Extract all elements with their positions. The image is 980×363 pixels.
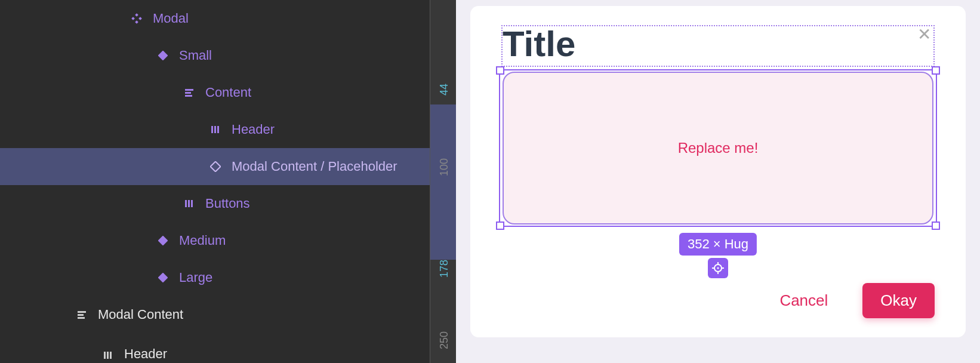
svg-rect-1	[135, 20, 138, 24]
layer-small[interactable]: Small	[0, 37, 430, 74]
svg-rect-11	[211, 162, 221, 172]
svg-rect-20	[104, 352, 106, 359]
svg-rect-9	[214, 126, 216, 133]
svg-rect-3	[138, 17, 142, 20]
layer-label: Buttons	[205, 196, 250, 211]
svg-rect-6	[185, 92, 191, 94]
instance-icon	[209, 160, 222, 173]
frame-horizontal-icon	[183, 197, 196, 210]
svg-rect-18	[78, 314, 84, 316]
target-icon[interactable]	[708, 258, 728, 278]
okay-button[interactable]: Okay	[862, 283, 935, 318]
layer-label: Content	[205, 85, 251, 100]
ruler-selection-highlight	[430, 104, 456, 260]
modal-content-placeholder[interactable]: Replace me!	[503, 72, 933, 224]
svg-rect-21	[107, 352, 109, 359]
frame-horizontal-icon	[209, 123, 222, 136]
layer-label: Modal	[153, 11, 189, 26]
layer-label: Modal Content	[98, 307, 183, 322]
svg-rect-2	[131, 17, 135, 20]
resize-handle-tl[interactable]	[496, 66, 504, 75]
modal-header[interactable]: Title ✕	[501, 25, 935, 67]
layer-label: Medium	[179, 233, 226, 248]
layers-panel: Modal Small Content Header Modal Content…	[0, 0, 430, 363]
svg-rect-14	[191, 200, 193, 207]
svg-rect-5	[185, 89, 193, 91]
resize-handle-tr[interactable]	[932, 66, 940, 75]
svg-rect-15	[158, 236, 168, 245]
layer-content[interactable]: Content	[0, 74, 430, 111]
layer-label: Header	[124, 346, 167, 362]
svg-rect-4	[158, 51, 168, 60]
vertical-ruler: 44 100 178 250	[430, 0, 456, 363]
layer-label: Modal Content / Placeholder	[232, 159, 397, 174]
modal-frame[interactable]: Title ✕ Replace me! 352 × Hug Cancel Oka…	[470, 6, 966, 337]
svg-point-24	[717, 267, 719, 269]
variant-icon	[156, 49, 170, 62]
canvas[interactable]: Title ✕ Replace me! 352 × Hug Cancel Oka…	[456, 0, 980, 363]
component-set-icon	[130, 12, 143, 25]
placeholder-selection[interactable]: Replace me! 352 × Hug	[501, 72, 935, 224]
svg-rect-0	[135, 13, 138, 17]
svg-rect-12	[185, 200, 187, 207]
layer-large[interactable]: Large	[0, 259, 430, 296]
size-badge: 352 × Hug	[679, 233, 757, 256]
layer-label: Small	[179, 48, 212, 63]
cancel-button[interactable]: Cancel	[762, 283, 846, 318]
modal-title: Title	[503, 26, 575, 62]
svg-rect-10	[217, 126, 219, 133]
svg-rect-22	[110, 352, 112, 359]
frame-vertical-icon	[75, 308, 88, 321]
layer-header[interactable]: Header	[0, 111, 430, 148]
ruler-tick: 178	[438, 260, 451, 278]
variant-icon	[156, 271, 170, 284]
svg-rect-13	[188, 200, 190, 207]
placeholder-text: Replace me!	[678, 140, 759, 156]
svg-rect-17	[78, 311, 86, 313]
layer-modal-content[interactable]: Modal Content	[0, 296, 430, 333]
frame-vertical-icon	[183, 86, 196, 99]
ruler-tick: 44	[438, 84, 451, 96]
layer-buttons[interactable]: Buttons	[0, 185, 430, 222]
svg-rect-16	[158, 273, 168, 282]
layer-header2[interactable]: Header	[0, 333, 430, 362]
layer-modal[interactable]: Modal	[0, 0, 430, 37]
resize-handle-br[interactable]	[932, 222, 940, 230]
svg-rect-8	[211, 126, 213, 133]
layer-placeholder-selected[interactable]: Modal Content / Placeholder	[0, 148, 430, 185]
ruler-tick: 100	[438, 158, 451, 176]
close-icon[interactable]: ✕	[917, 26, 931, 43]
layer-label: Header	[232, 122, 275, 137]
svg-rect-7	[185, 95, 192, 97]
resize-handle-bl[interactable]	[496, 222, 504, 230]
svg-rect-19	[78, 317, 85, 319]
layer-medium[interactable]: Medium	[0, 222, 430, 259]
modal-buttons: Cancel Okay	[762, 283, 935, 318]
layer-label: Large	[179, 270, 212, 285]
variant-icon	[156, 234, 170, 247]
frame-horizontal-icon	[101, 349, 115, 362]
ruler-tick: 250	[438, 331, 451, 349]
